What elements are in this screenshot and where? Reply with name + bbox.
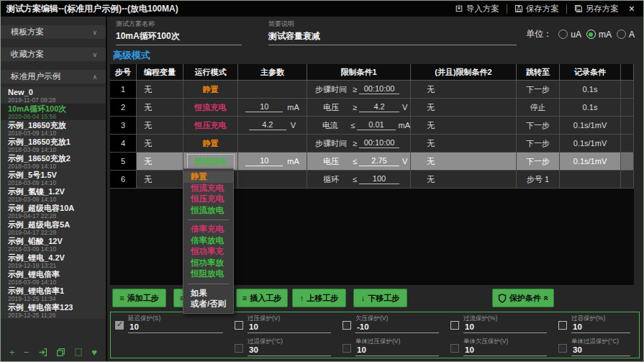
sidebar-section-standard-user-examples[interactable]: 标准用户示例 ∧ (1, 70, 106, 83)
protection-value-input[interactable]: 10 (355, 345, 439, 356)
protection-value-input[interactable]: 30 (571, 345, 630, 356)
list-item[interactable]: 示例_锂电倍率12019-12-25 11:34 (1, 286, 106, 302)
jump-to-cell[interactable]: 停止 (517, 99, 560, 117)
jump-to-cell[interactable]: 下一步 (517, 153, 560, 171)
move-down-step-button[interactable]: ↓ 下移工步 (353, 289, 407, 307)
jump-to-cell[interactable]: 下一步 (517, 117, 560, 135)
list-item[interactable]: 示例_锂电倍率1232019-12-25 11:26 (1, 302, 106, 319)
list-item[interactable]: 示例_超级电容5A2019-04-17 22:28 (1, 220, 106, 236)
limit-condition2-cell[interactable]: 无 (411, 81, 517, 99)
dropdown-item[interactable]: 恒阻放电 (183, 268, 233, 280)
paste-icon[interactable] (74, 348, 83, 357)
checkbox[interactable] (558, 344, 567, 353)
dropdown-item[interactable]: 或者/否则 (183, 299, 233, 310)
dropdown-item[interactable]: 倍率充电 (183, 224, 233, 235)
sidebar-section-template-schemes[interactable]: 模板方案 ∨ (1, 25, 106, 39)
protection-value-input[interactable]: 30 (248, 345, 331, 356)
record-condition-cell[interactable] (560, 171, 621, 189)
list-item[interactable]: New_02019-11-07 09:28 (1, 87, 106, 104)
dropdown-item[interactable]: 恒流充电 (183, 183, 233, 194)
main-param-input[interactable]: 4.2 (249, 120, 286, 130)
record-condition-cell[interactable]: 0.1s/1mV (560, 153, 621, 171)
checkbox[interactable] (558, 321, 567, 330)
program-variable-cell[interactable]: 无 (137, 171, 183, 189)
protection-value-input[interactable]: 10 (463, 345, 547, 356)
checkbox[interactable] (450, 321, 459, 330)
program-variable-cell[interactable]: 无 (137, 117, 183, 135)
unit-option-uA[interactable]: uA (558, 30, 581, 40)
unit-option-A[interactable]: A (617, 30, 635, 40)
dropdown-item[interactable]: 恒功率充 (183, 246, 233, 258)
scheme-desc-input[interactable]: 测试容量衰减 (268, 29, 517, 45)
list-item[interactable]: 示例_18650充放22018-03-09 14:10 (1, 153, 106, 170)
list-item[interactable]: 示例_超级电容10A2019-04-17 22:28 (1, 203, 106, 220)
checkbox[interactable] (450, 344, 459, 353)
move-up-step-button[interactable]: ↑ 上移工步 (292, 289, 346, 307)
run-mode-value[interactable]: 恒流充电 (195, 102, 227, 113)
limit-condition2-cell[interactable]: 无 (411, 153, 517, 171)
condition-value-input[interactable]: 00:10:00 (359, 138, 399, 148)
import-list-icon[interactable] (38, 348, 47, 357)
list-item[interactable]: 示例_氢镍_1.2V2018-03-09 14:10 (1, 186, 106, 203)
protection-value-input[interactable]: -10 (355, 322, 439, 333)
condition-value-input[interactable]: 2.75 (359, 156, 399, 166)
limit-condition2-cell[interactable]: 无 (411, 117, 517, 135)
program-variable-cell[interactable]: 无 (137, 81, 183, 99)
unit-option-mA[interactable]: mA (586, 30, 612, 40)
add-step-button[interactable]: ≡ 添加工步 (112, 289, 166, 307)
condition-value-input[interactable]: 4.2 (359, 102, 399, 112)
list-item[interactable]: 示例_锂电_4.2V2019-12-19 13:21 (1, 253, 106, 269)
checkbox[interactable] (343, 321, 351, 330)
remove-scheme-icon[interactable]: − (24, 348, 30, 357)
list-item[interactable]: 10mA循环100次2020-06-04 15:56 (1, 104, 106, 120)
sidebar-section-favorite-schemes[interactable]: 收藏方案 ∨ (1, 47, 106, 61)
jump-to-cell[interactable]: 下一步 (517, 81, 560, 99)
program-variable-cell[interactable]: 无 (137, 153, 183, 171)
run-mode-cell[interactable]: 静置 (183, 135, 238, 153)
dropdown-item[interactable]: 恒功率放 (183, 258, 233, 269)
limit-condition2-cell[interactable]: 无 (411, 99, 517, 117)
condition-value-input[interactable]: 100 (359, 174, 399, 184)
main-param-input[interactable]: 10 (245, 102, 283, 112)
main-param-input[interactable]: 10 (245, 156, 283, 166)
record-condition-cell[interactable]: 0.1s (560, 99, 621, 117)
program-variable-cell[interactable]: 无 (137, 135, 183, 153)
protection-value-input[interactable]: 10 (571, 322, 630, 333)
condition-value-input[interactable]: 0.01 (357, 120, 395, 130)
list-item[interactable]: 示例_18650充放2018-03-09 14:10 (1, 120, 106, 137)
list-item[interactable]: 示例_5号1.5V2018-03-09 14:10 (1, 170, 106, 186)
checkbox[interactable] (235, 321, 243, 330)
run-mode-value[interactable]: 静置 (203, 84, 219, 95)
limit-condition2-cell[interactable]: 无 (411, 135, 517, 153)
jump-to-cell[interactable]: 下一步 (517, 135, 560, 153)
favorite-heart-icon[interactable]: ♥ (91, 348, 97, 357)
run-mode-cell[interactable]: 恒流充电 (183, 99, 238, 117)
run-mode-value[interactable]: 恒压充电 (195, 120, 227, 131)
dropdown-item[interactable]: 静置 (183, 171, 233, 183)
run-mode-cell[interactable]: 恒压充电 (183, 117, 238, 135)
list-item[interactable]: 示例_铅酸_12V2018-03-09 14:10 (1, 236, 106, 253)
record-condition-cell[interactable]: 0.1s/1mV (560, 135, 621, 153)
protection-conditions-button[interactable]: 保护条件 « (492, 289, 554, 307)
protection-value-input[interactable]: 10 (248, 322, 331, 333)
record-condition-cell[interactable]: 0.1s/1mV (560, 117, 621, 135)
import-scheme-button[interactable]: 导入方案 (455, 4, 499, 14)
list-item[interactable]: 示例_锂电倍率2018-03-09 14:10 (1, 269, 106, 286)
checkbox[interactable] (115, 321, 124, 330)
protection-value-input[interactable]: 10 (463, 322, 547, 333)
list-item[interactable]: 示例_18650充放12018-03-09 14:10 (1, 137, 106, 153)
protection-value-input[interactable]: 10 (128, 322, 223, 333)
run-mode-value[interactable]: 恒流放电 (187, 154, 235, 169)
dropdown-item[interactable]: 恒压充电 (183, 194, 233, 205)
dropdown-item[interactable]: 如果 (183, 288, 233, 299)
dropdown-item[interactable]: 倍率放电 (183, 235, 233, 247)
limit-condition2-cell[interactable]: 无 (411, 171, 517, 189)
checkbox[interactable] (343, 344, 351, 353)
record-condition-cell[interactable]: 0.1s (560, 81, 621, 99)
run-mode-value[interactable]: 静置 (203, 138, 219, 149)
close-button[interactable]: × (626, 3, 638, 14)
add-scheme-icon[interactable]: + (9, 348, 15, 357)
checkbox[interactable] (235, 344, 243, 353)
save-scheme-button[interactable]: 保存方案 (514, 4, 559, 14)
scheme-name-input[interactable]: 10mA循环100次 (116, 29, 242, 45)
